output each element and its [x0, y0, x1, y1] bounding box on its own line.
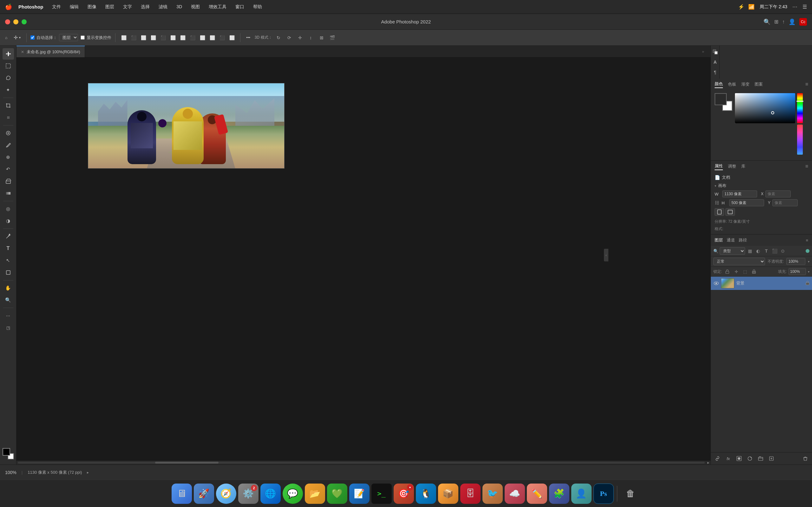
dock-rdm[interactable]: 🗄	[460, 484, 480, 504]
lock-all-btn[interactable]	[751, 268, 757, 275]
menu-3d[interactable]: 3D	[175, 3, 183, 10]
heal-tool[interactable]	[3, 127, 14, 139]
brush-tool[interactable]	[3, 139, 14, 151]
eyedropper-tool[interactable]: ⌗	[3, 112, 14, 123]
dock-safari[interactable]: 🧭	[216, 484, 236, 504]
menu-view[interactable]: 视图	[190, 3, 201, 10]
align-horizontal-centers[interactable]: ⬛	[129, 34, 138, 42]
lasso-tool[interactable]	[3, 72, 14, 83]
menu-help[interactable]: 帮助	[252, 3, 263, 10]
foreground-swatch[interactable]	[715, 93, 727, 105]
marquee-tool[interactable]	[3, 60, 14, 72]
menu-select[interactable]: 选择	[140, 3, 151, 10]
auto-select-dropdown[interactable]: 图层	[59, 34, 78, 41]
creative-cloud-icon[interactable]: Cc	[799, 18, 807, 26]
close-button[interactable]	[5, 19, 10, 24]
account-icon[interactable]: 👤	[789, 18, 796, 25]
extra-tool-2[interactable]: ◳	[3, 322, 14, 333]
properties-menu[interactable]: ≡	[805, 164, 808, 169]
minimize-button[interactable]	[13, 19, 18, 24]
filter-pixel-icon[interactable]: ▦	[746, 247, 753, 255]
dock-files[interactable]: 📂	[305, 484, 325, 504]
menu-text[interactable]: 文字	[122, 3, 133, 10]
lock-position-btn[interactable]: ✛	[733, 268, 740, 275]
dock-vscode[interactable]: 📝	[349, 484, 369, 504]
zoom-tool[interactable]: 🔍	[3, 294, 14, 306]
layer-item[interactable]: 背景	[711, 277, 812, 290]
y-input[interactable]	[772, 199, 798, 206]
show-transform-checkbox[interactable]: 显示变换控件	[81, 35, 111, 41]
gradient-tool[interactable]	[3, 187, 14, 199]
filter-type-icon[interactable]: T	[763, 247, 770, 255]
scrollbar-track[interactable]	[18, 462, 705, 464]
collapse-right-panel[interactable]: ‹	[604, 249, 608, 262]
portrait-btn[interactable]	[715, 208, 724, 216]
fill-arrow[interactable]: ▾	[808, 270, 809, 274]
layers-menu-icon[interactable]: ≡	[806, 238, 808, 243]
lock-pixels-btn[interactable]	[724, 268, 731, 275]
more-options-button[interactable]: •••	[244, 35, 252, 41]
magic-wand-tool[interactable]: ✦	[3, 84, 14, 96]
scroll-right-arrow[interactable]: ▸	[707, 460, 709, 464]
3d-slide[interactable]: ↕	[306, 34, 315, 42]
color-panel-menu[interactable]: ≡	[805, 81, 808, 87]
dock-app3[interactable]: 🐦	[483, 484, 503, 504]
filter-shape-icon[interactable]: ⬛	[771, 247, 778, 255]
filter-smart-icon[interactable]: ⊙	[779, 247, 786, 255]
add-mask-btn[interactable]	[735, 454, 743, 463]
dock-edge[interactable]: 🌐	[260, 484, 281, 504]
maximize-button[interactable]	[21, 19, 27, 24]
distribute-top[interactable]: ⬜	[208, 34, 217, 42]
tab-expand-icon[interactable]: »	[702, 49, 711, 54]
hue-slider[interactable]	[797, 93, 803, 123]
new-group-btn[interactable]	[757, 454, 765, 463]
menu-window[interactable]: 窗口	[234, 3, 246, 10]
chain-icon[interactable]: ⛓	[715, 200, 719, 205]
3d-pan[interactable]: ✛	[296, 34, 305, 42]
fg-bg-colors[interactable]	[3, 448, 14, 459]
landscape-btn[interactable]	[725, 208, 735, 216]
clone-stamp-tool[interactable]: ⊕	[3, 152, 14, 163]
opacity-arrow[interactable]: ▾	[808, 260, 809, 263]
canvas-section-header[interactable]: ▾ 画布	[715, 183, 808, 188]
dock-app6[interactable]: 🧩	[549, 484, 569, 504]
link-layers-btn[interactable]	[713, 454, 722, 463]
align-vertical-centers[interactable]: ⬛	[159, 34, 167, 42]
extra-tool-1[interactable]: ⋯	[3, 310, 14, 321]
x-input[interactable]	[765, 190, 791, 198]
workspace-icon[interactable]: ⊞	[774, 19, 778, 25]
3d-scale[interactable]: ⊠	[317, 34, 326, 42]
menu-layer[interactable]: 图层	[104, 3, 115, 10]
lock-artboard-btn[interactable]: ⬚	[742, 268, 749, 275]
add-adjustment-btn[interactable]	[746, 454, 754, 463]
blur-tool[interactable]: ◎	[3, 203, 14, 215]
align-top-edges[interactable]: ⬜	[149, 34, 158, 42]
3d-rotate[interactable]: ↻	[274, 34, 283, 42]
filter-adjustment-icon[interactable]: ◐	[755, 247, 762, 255]
dock-terminal[interactable]: >_	[371, 484, 392, 504]
distribute-right[interactable]: ⬜	[198, 34, 207, 42]
eraser-tool[interactable]	[3, 176, 14, 187]
fill-input[interactable]	[789, 268, 806, 275]
new-layer-btn[interactable]	[767, 454, 775, 463]
tab-properties[interactable]: 属性	[715, 163, 723, 170]
color-tool-icon[interactable]	[711, 48, 719, 56]
width-input[interactable]	[722, 190, 757, 198]
layers-tab[interactable]: 图层	[715, 237, 723, 243]
history-brush-tool[interactable]: ↶	[3, 164, 14, 175]
distribute-bottom[interactable]: ⬜	[227, 34, 236, 42]
document-tab[interactable]: ✕ 未命名.jpg @ 100%(RGB/8#)	[16, 46, 85, 57]
tab-patterns[interactable]: 图案	[755, 81, 763, 88]
dock-finder[interactable]: 🖥	[171, 484, 192, 504]
shape-tool[interactable]	[3, 267, 14, 278]
dock-draw[interactable]: ✏️	[527, 484, 547, 504]
menu-image[interactable]: 图像	[86, 3, 98, 10]
show-transform-check[interactable]	[81, 36, 85, 40]
control-center-icon[interactable]: ⋯	[792, 4, 798, 10]
dock-app1[interactable]: 🎯 ●	[394, 484, 414, 504]
dock-app4[interactable]: ☁️	[505, 484, 525, 504]
tab-color[interactable]: 颜色	[715, 80, 723, 88]
filter-type-select[interactable]: 类型	[720, 247, 745, 255]
tab-swatches[interactable]: 色板	[728, 81, 736, 88]
auto-select-check[interactable]	[31, 36, 35, 40]
